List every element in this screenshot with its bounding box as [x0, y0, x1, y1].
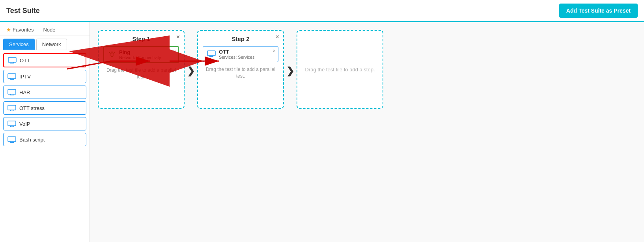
- step-2-drag-hint: Drag the test tile to add a parallel tes…: [203, 66, 278, 80]
- sidebar-item-voip-label: VoIP: [19, 121, 30, 127]
- ping-tile-sublabel: Network: Connectivity: [119, 55, 161, 60]
- monitor-icon-voip: [7, 121, 16, 127]
- tab-services[interactable]: Services: [3, 39, 35, 50]
- step-2-card: Step 2 × OTT Services: Service: [197, 30, 284, 109]
- add-preset-button[interactable]: Add Test Suite as Preset: [559, 4, 638, 18]
- network-icon: [108, 51, 116, 59]
- svg-point-31: [109, 52, 110, 53]
- ping-tile[interactable]: Ping Network: Connectivity ×: [103, 46, 179, 63]
- svg-rect-20: [8, 137, 16, 141]
- monitor-icon: [8, 57, 17, 63]
- svg-rect-4: [8, 74, 16, 78]
- step-2-title: Step 2: [203, 35, 278, 42]
- svg-rect-0: [8, 58, 16, 62]
- ping-tile-label: Ping: [119, 49, 161, 55]
- svg-rect-16: [8, 121, 16, 126]
- monitor-icon-iptv: [7, 73, 16, 80]
- svg-rect-26: [111, 56, 113, 57]
- arrow-2-3: ❯: [284, 30, 297, 76]
- main-layout: ★ Favorites Node Services Network: [0, 22, 644, 242]
- sidebar-item-bash-label: Bash script: [19, 137, 45, 143]
- sidebar-list: OTT IPTV: [0, 50, 90, 242]
- svg-rect-25: [112, 56, 112, 56]
- sidebar: ★ Favorites Node Services Network: [0, 22, 90, 242]
- step-1-card: Step 1 ×: [98, 30, 185, 109]
- step-2-close-button[interactable]: ×: [276, 34, 279, 40]
- monitor-icon-ott-tile: [207, 50, 216, 58]
- ott-tile[interactable]: OTT Services: Services ×: [203, 46, 278, 62]
- sidebar-item-ott-stress[interactable]: OTT stress: [3, 101, 86, 115]
- monitor-icon-bash: [7, 136, 16, 143]
- page-title: Test Suite: [6, 7, 40, 15]
- sidebar-category-tabs: Services Network: [0, 35, 90, 50]
- svg-rect-33: [207, 51, 215, 56]
- svg-rect-8: [8, 89, 16, 94]
- chevron-right-icon-2: ❯: [286, 65, 294, 76]
- arrow-1-2: ❯: [185, 30, 197, 76]
- monitor-icon-har: [7, 89, 16, 95]
- sidebar-item-iptv[interactable]: IPTV: [3, 70, 86, 83]
- chevron-right-icon: ❯: [187, 65, 195, 76]
- sidebar-item-ott-label: OTT: [20, 58, 30, 63]
- favorites-label: Favorites: [13, 27, 34, 33]
- tab-network[interactable]: Network: [36, 39, 67, 50]
- step-3-placeholder: Drag the test tile to add a step.: [297, 30, 383, 109]
- svg-point-27: [111, 52, 113, 53]
- sidebar-item-ott[interactable]: OTT: [3, 53, 86, 67]
- sidebar-item-ott-stress-label: OTT stress: [19, 105, 45, 111]
- svg-rect-12: [8, 105, 16, 110]
- ott-tile-label: OTT: [219, 49, 254, 55]
- ott-tile-sublabel: Services: Services: [219, 55, 254, 60]
- top-bar: Test Suite Add Test Suite as Preset: [0, 0, 644, 22]
- svg-point-32: [114, 52, 115, 53]
- ott-tile-close-button[interactable]: ×: [273, 48, 276, 53]
- steps-row: Step 1 ×: [98, 30, 383, 109]
- star-icon: ★: [6, 27, 11, 33]
- monitor-icon-ott-stress: [7, 105, 16, 111]
- content-area: Step 1 ×: [90, 22, 644, 242]
- sidebar-item-bash-script[interactable]: Bash script: [3, 133, 86, 146]
- node-tab[interactable]: Node: [40, 24, 58, 35]
- step-1-close-button[interactable]: ×: [176, 34, 180, 40]
- step-1-drag-hint: Drag the test tile to add a parallel tes…: [103, 67, 179, 80]
- ping-tile-close-button[interactable]: ×: [173, 48, 176, 54]
- step-3-placeholder-text: Drag the test tile to add a step.: [299, 60, 381, 79]
- sidebar-item-iptv-label: IPTV: [19, 74, 31, 80]
- node-label: Node: [43, 27, 55, 33]
- sidebar-item-har[interactable]: HAR: [3, 86, 86, 99]
- sidebar-top-row: ★ Favorites Node: [0, 22, 90, 35]
- sidebar-item-har-label: HAR: [19, 89, 30, 95]
- sidebar-item-voip[interactable]: VoIP: [3, 117, 86, 130]
- favorites-tab[interactable]: ★ Favorites: [3, 24, 37, 35]
- step-1-title: Step 1: [103, 35, 179, 42]
